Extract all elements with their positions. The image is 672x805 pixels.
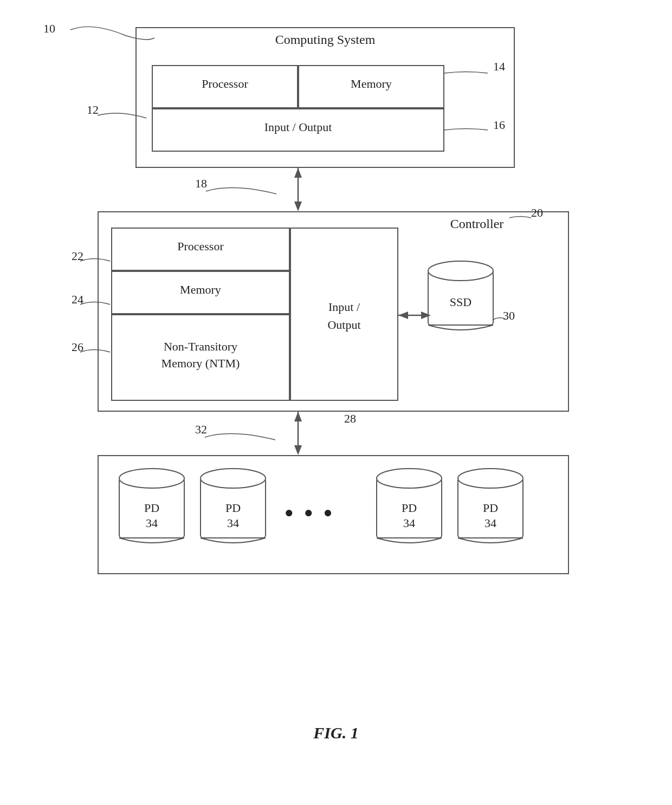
arrow-io-ssd [398, 307, 431, 323]
svg-text:PD: PD [144, 501, 159, 515]
svg-point-4 [428, 261, 493, 281]
svg-text:PD: PD [225, 501, 241, 515]
svg-text:PD: PD [483, 501, 498, 515]
ref12-line [98, 107, 157, 124]
diagram: Computing System Processor Memory Input … [43, 16, 629, 748]
processor-mid-label: Processor [111, 239, 290, 254]
pd-cylinder-4: PD 34 [455, 463, 526, 555]
ref-12: 12 [87, 103, 99, 117]
svg-text:34: 34 [227, 516, 239, 530]
figure-caption: FIG. 1 [43, 724, 629, 742]
ssd-cylinder: SSD [423, 255, 499, 338]
svg-point-25 [458, 469, 523, 488]
io-mid-label: Input / Output [290, 298, 398, 334]
pd-cylinder-3: PD 34 [374, 463, 444, 555]
ref32-line [205, 429, 286, 445]
arrow-32 [286, 412, 311, 455]
computing-system-label: Computing System [238, 33, 412, 47]
svg-marker-7 [421, 311, 431, 319]
ref20-line [509, 212, 537, 223]
pd-cylinder-2: PD 34 [198, 463, 268, 555]
ref24-line [80, 298, 115, 309]
svg-marker-2 [294, 168, 302, 178]
pd-cylinder-1: PD 34 [117, 463, 187, 555]
svg-point-17 [201, 469, 266, 488]
ref26-line [80, 346, 115, 356]
memory-top-label: Memory [298, 77, 444, 91]
svg-marker-10 [294, 445, 302, 455]
ellipsis-label: ● ● ● [285, 504, 336, 521]
svg-marker-11 [294, 412, 302, 421]
svg-marker-1 [294, 202, 302, 211]
ref14-line [444, 68, 499, 79]
svg-text:34: 34 [484, 516, 496, 530]
svg-point-21 [377, 469, 442, 488]
ref18-line [206, 183, 287, 199]
svg-text:34: 34 [403, 516, 415, 530]
svg-text:PD: PD [402, 501, 417, 515]
ref16-line [444, 125, 499, 135]
ref-18: 18 [195, 177, 207, 191]
arrow-18 [286, 168, 311, 211]
ref22-line [80, 255, 115, 265]
svg-point-13 [119, 469, 184, 488]
ref10-line [60, 22, 141, 43]
ref30-line [493, 314, 509, 325]
ntm-label: Non-Transitory Memory (NTM) [111, 339, 290, 372]
io-top-label: Input / Output [152, 120, 444, 134]
svg-marker-8 [398, 311, 408, 319]
processor-top-label: Processor [152, 77, 298, 91]
ref-28: 28 [344, 412, 356, 426]
ref-10: 10 [43, 22, 55, 36]
memory-mid-label: Memory [111, 283, 290, 297]
svg-text:SSD: SSD [450, 295, 471, 309]
svg-text:34: 34 [146, 516, 158, 530]
